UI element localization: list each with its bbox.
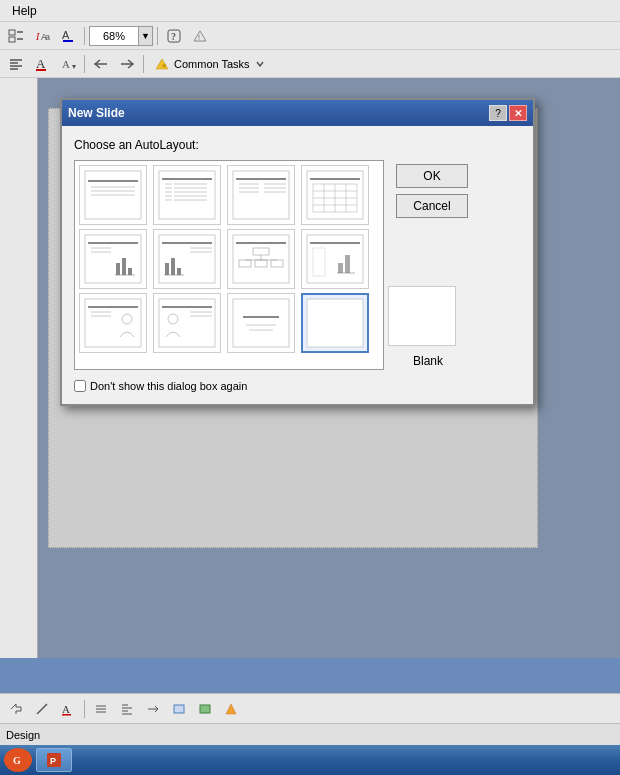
tb-help[interactable]: ? [162,25,186,47]
svg-marker-116 [226,704,236,714]
layout-item-9[interactable] [79,293,147,353]
tb-font-color[interactable]: A [56,25,80,47]
draw-sep1 [84,700,85,718]
toolbar2: A A ★ Common Tasks [0,50,620,78]
draw-line[interactable] [30,698,54,720]
tb-icon3[interactable]: ! [188,25,212,47]
svg-marker-10 [194,31,206,41]
toolbar1: I A a A ▼ ? ! [0,22,620,50]
layout-item-11[interactable] [227,293,295,353]
draw-arrow[interactable] [4,698,28,720]
svg-rect-115 [200,705,210,713]
svg-text:I: I [35,31,40,42]
separator1 [84,27,85,45]
draw-lines1[interactable] [89,698,113,720]
layout-item-12[interactable] [301,293,369,353]
checkbox-area: Don't show this dialog box again [74,380,521,392]
svg-rect-98 [233,299,289,347]
layout-item-6[interactable] [153,229,221,289]
draw-icon[interactable] [219,698,243,720]
layout-item-5[interactable] [79,229,147,289]
svg-text:?: ? [171,31,176,42]
dont-show-checkbox[interactable] [74,380,86,392]
svg-text:★: ★ [161,62,167,69]
draw-shape[interactable] [193,698,217,720]
menu-help[interactable]: Help [6,2,43,20]
svg-rect-0 [9,30,15,35]
tb-align-left[interactable] [4,53,28,75]
svg-text:G: G [13,755,21,766]
choose-layout-label: Choose an AutoLayout: [74,138,521,152]
zoom-dropdown[interactable]: ▼ [139,26,153,46]
draw-arrows[interactable] [141,698,165,720]
separator3 [84,55,85,73]
zoom-input[interactable] [89,26,139,46]
layout-item-8[interactable] [301,229,369,289]
tb-icon2[interactable]: I A a [30,25,54,47]
new-slide-dialog: New Slide ? ✕ Choose an AutoLayout: [60,98,535,406]
svg-text:A: A [36,57,46,71]
dialog-help-btn[interactable]: ? [489,105,507,121]
svg-rect-105 [62,714,71,716]
draw-box[interactable] [167,698,191,720]
common-tasks-button[interactable]: ★ Common Tasks [148,53,272,75]
dialog-title-bar: New Slide ? ✕ [62,100,533,126]
svg-rect-62 [116,263,120,275]
layout-grid[interactable] [74,160,384,370]
svg-text:a: a [45,32,50,42]
status-bar: Design [0,723,620,745]
svg-rect-70 [177,268,181,275]
dialog-title: New Slide [68,106,125,120]
drawing-toolbar: A [0,693,620,723]
svg-text:A: A [62,703,70,715]
start-button[interactable]: G [4,748,32,772]
draw-lines2[interactable] [115,698,139,720]
tb-back[interactable] [89,53,113,75]
svg-text:!: ! [198,34,200,41]
dialog-right-panel: OK Cancel Blank [388,160,468,370]
tb-font-a2[interactable]: A [56,53,80,75]
draw-font-color[interactable]: A [56,698,80,720]
svg-rect-102 [307,299,363,347]
dialog-close-btn[interactable]: ✕ [509,105,527,121]
dialog-body: Choose an AutoLayout: [62,126,533,404]
blank-preview [388,286,456,346]
dont-show-label: Don't show this dialog box again [90,380,247,392]
layout-item-3[interactable] [227,165,295,225]
svg-rect-85 [338,263,343,273]
dialog-buttons: OK Cancel [396,162,468,218]
svg-rect-69 [171,258,175,275]
svg-marker-19 [72,65,76,69]
layout-item-10[interactable] [153,293,221,353]
cancel-button[interactable]: Cancel [396,194,468,218]
svg-text:A: A [62,58,70,70]
taskbar-ppt[interactable]: P [36,748,72,772]
zoom-control: ▼ [89,26,153,46]
layout-item-1[interactable] [79,165,147,225]
svg-rect-1 [9,37,15,42]
slide-panel-left [0,78,38,658]
svg-rect-114 [174,705,184,713]
separator2 [157,27,158,45]
svg-rect-64 [128,268,132,275]
svg-rect-86 [345,255,350,273]
svg-text:A: A [62,29,70,41]
main-area: first s New Slide ? ✕ Choose an AutoLayo… [0,78,620,658]
menu-bar: Help [0,0,620,22]
layout-item-4[interactable] [301,165,369,225]
layout-item-2[interactable] [153,165,221,225]
dialog-controls: ? ✕ [489,105,527,121]
svg-rect-63 [122,258,126,275]
separator4 [143,55,144,73]
layout-item-7[interactable] [227,229,295,289]
taskbar: G P [0,745,620,775]
svg-text:P: P [50,756,56,766]
tb-font-a[interactable]: A [30,53,54,75]
tb-icon1[interactable] [4,25,28,47]
blank-label: Blank [388,354,468,368]
svg-rect-68 [165,263,169,275]
blank-section: Blank [388,226,468,368]
ok-button[interactable]: OK [396,164,468,188]
tb-forward[interactable] [115,53,139,75]
status-text: Design [6,729,40,741]
